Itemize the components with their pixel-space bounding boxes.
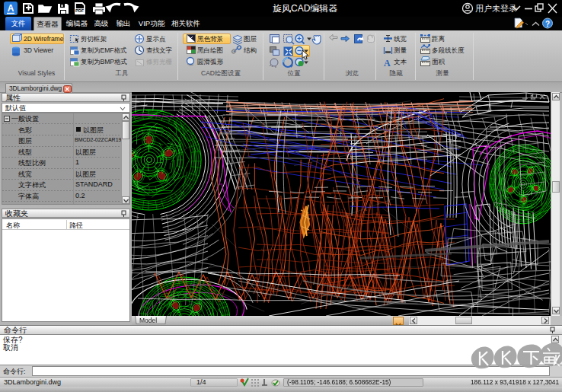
svg-text:A: A [8, 3, 14, 14]
svg-text:?: ? [545, 20, 550, 28]
svg-text:PDF: PDF [75, 8, 85, 13]
svg-text:A: A [384, 58, 391, 69]
